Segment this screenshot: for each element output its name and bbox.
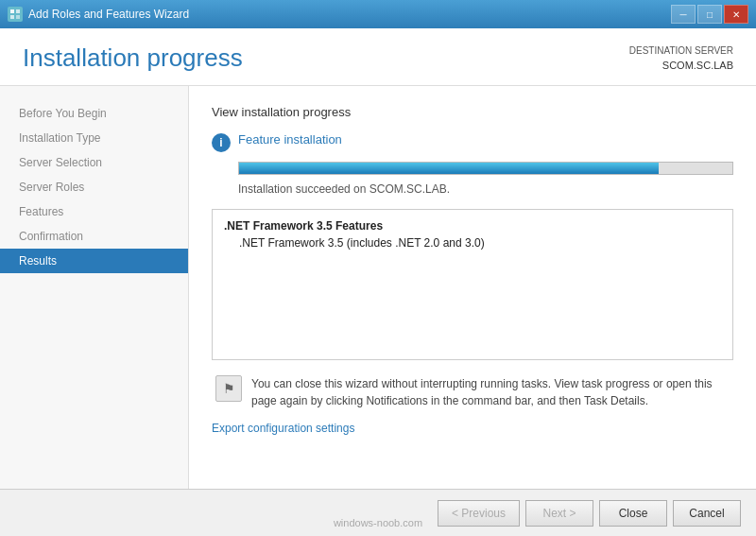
notice-box: ⚑ You can close this wizard without inte… [212, 375, 733, 409]
svg-rect-0 [10, 9, 14, 13]
title-bar-left: Add Roles and Features Wizard [8, 7, 189, 22]
server-name: SCOM.SC.LAB [629, 58, 733, 74]
window-controls[interactable]: ─ □ ✕ [671, 5, 748, 24]
sidebar: Before You Begin Installation Type Serve… [0, 86, 189, 490]
progress-bar-fill [239, 163, 659, 174]
notice-text: You can close this wizard without interr… [251, 375, 730, 409]
notice-symbol: ⚑ [223, 381, 235, 396]
progress-bar-background [238, 162, 733, 175]
section-title: View installation progress [212, 105, 733, 119]
sidebar-item-server-selection[interactable]: Server Selection [0, 150, 188, 175]
svg-rect-3 [16, 15, 20, 19]
main-content: View installation progress i Feature ins… [189, 86, 756, 490]
svg-rect-1 [16, 9, 20, 13]
sidebar-item-confirmation[interactable]: Confirmation [0, 224, 188, 249]
info-box: i Feature installation [212, 132, 733, 152]
next-button[interactable]: Next > [525, 500, 593, 527]
close-button[interactable]: Close [599, 500, 667, 527]
success-text: Installation succeeded on SCOM.SC.LAB. [212, 182, 733, 196]
previous-button[interactable]: < Previous [438, 500, 520, 527]
window-title: Add Roles and Features Wizard [28, 8, 189, 21]
sidebar-item-before-you-begin[interactable]: Before You Begin [0, 101, 188, 126]
sidebar-item-installation-type[interactable]: Installation Type [0, 126, 188, 150]
minimize-button[interactable]: ─ [671, 5, 696, 24]
feature-install-label: Feature installation [238, 132, 342, 147]
footer: < Previous Next > Close Cancel [0, 489, 756, 536]
header: Installation progress DESTINATION SERVER… [0, 28, 756, 86]
dest-label: DESTINATION SERVER [629, 43, 733, 58]
close-window-button[interactable]: ✕ [724, 5, 748, 24]
window-body: Installation progress DESTINATION SERVER… [0, 28, 756, 536]
app-icon [8, 7, 23, 22]
results-box: .NET Framework 3.5 Features .NET Framewo… [212, 209, 733, 360]
info-icon: i [212, 133, 231, 152]
feature-title: .NET Framework 3.5 Features [224, 219, 721, 233]
content-area: Before You Begin Installation Type Serve… [0, 86, 756, 490]
sidebar-item-server-roles[interactable]: Server Roles [0, 175, 188, 199]
feature-sub: .NET Framework 3.5 (includes .NET 2.0 an… [224, 236, 721, 250]
notice-icon: ⚑ [215, 375, 242, 402]
cancel-button[interactable]: Cancel [673, 500, 741, 527]
maximize-button[interactable]: □ [697, 5, 722, 24]
sidebar-item-results[interactable]: Results [0, 249, 188, 273]
destination-server: DESTINATION SERVER SCOM.SC.LAB [629, 43, 733, 74]
progress-container [212, 162, 733, 175]
title-bar: Add Roles and Features Wizard ─ □ ✕ [0, 0, 756, 28]
page-title: Installation progress [23, 43, 243, 73]
export-link[interactable]: Export configuration settings [212, 422, 354, 435]
svg-rect-2 [10, 15, 14, 19]
sidebar-item-features[interactable]: Features [0, 199, 188, 224]
